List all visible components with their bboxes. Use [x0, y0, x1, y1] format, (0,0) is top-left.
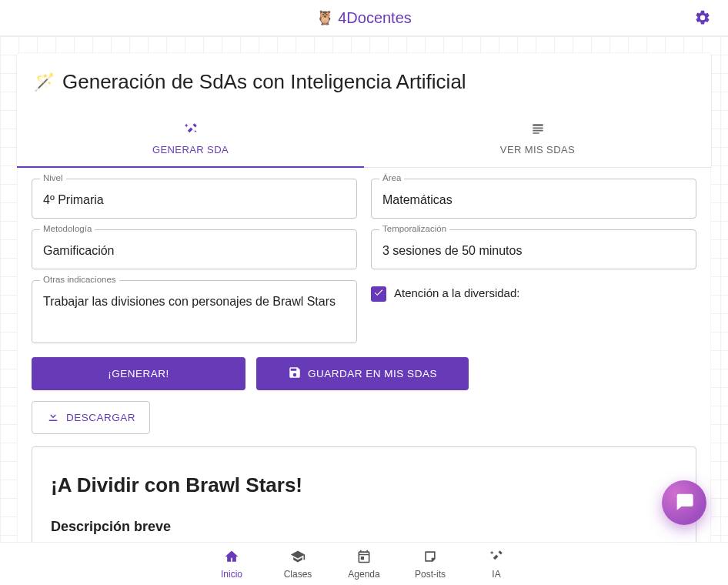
area-input[interactable] [382, 193, 685, 207]
tab-view-sdas[interactable]: VER MIS SDAS [364, 108, 711, 167]
page-title: Generación de SdAs con Inteligencia Arti… [62, 70, 466, 94]
result-box: ¡A Dividir con Brawl Stars! Descripción … [32, 446, 696, 542]
save-label: GUARDAR EN MIS SDAS [308, 368, 437, 379]
save-icon [288, 366, 302, 382]
temporalizacion-field[interactable]: Temporalización [371, 229, 696, 269]
nivel-input[interactable] [43, 193, 346, 207]
result-title: ¡A Dividir con Brawl Stars! [51, 473, 677, 497]
metodologia-input[interactable] [43, 244, 346, 258]
temporalizacion-input[interactable] [382, 244, 685, 258]
note-icon [422, 549, 438, 567]
nav-ia[interactable]: IA [478, 549, 515, 580]
home-icon [224, 549, 239, 567]
nav-agenda[interactable]: Agenda [346, 549, 382, 580]
wand-icon: 🪄 [34, 72, 55, 92]
download-icon [46, 410, 60, 426]
tab-view-label: VER MIS SDAS [500, 144, 575, 155]
page-title-row: 🪄 Generación de SdAs con Inteligencia Ar… [17, 53, 711, 108]
diversidad-label: Atención a la diversidad: [394, 286, 519, 299]
owl-icon: 🦉 [316, 9, 333, 26]
download-button[interactable]: DESCARGAR [32, 401, 150, 434]
metodologia-label: Metodología [40, 224, 95, 233]
button-row: ¡GENERAR! GUARDAR EN MIS SDAS [32, 357, 696, 390]
download-row: DESCARGAR [32, 401, 696, 434]
area-label: Área [379, 173, 404, 182]
school-icon [290, 549, 306, 567]
generate-label: ¡GENERAR! [108, 368, 169, 379]
nav-clases[interactable]: Clases [279, 549, 316, 580]
app-header: 🦉 4Docentes [0, 0, 728, 36]
page-title-card: 🪄 Generación de SdAs con Inteligencia Ar… [17, 53, 711, 168]
nav-inicio[interactable]: Inicio [213, 549, 250, 580]
temporalizacion-label: Temporalización [379, 224, 449, 233]
tab-generate-label: GENERAR SDA [152, 144, 229, 155]
download-label: DESCARGAR [66, 412, 135, 423]
chat-icon [673, 490, 695, 515]
list-icon [364, 122, 711, 139]
metodologia-field[interactable]: Metodología [32, 229, 357, 269]
otras-input[interactable] [43, 295, 346, 309]
form-panel: Nivel Área Metodología Temporalización O… [17, 168, 711, 542]
nav-clases-label: Clases [284, 569, 312, 580]
otras-field[interactable]: Otras indicaciones [32, 280, 357, 343]
otras-label: Otras indicaciones [40, 275, 119, 284]
settings-button[interactable] [694, 9, 711, 29]
brand-text: 4Docentes [338, 9, 412, 27]
nav-inicio-label: Inicio [221, 569, 242, 580]
result-subtitle: Descripción breve [51, 519, 677, 535]
check-icon [373, 287, 384, 301]
nav-ia-label: IA [492, 569, 500, 580]
generate-button[interactable]: ¡GENERAR! [32, 357, 245, 390]
calendar-icon [356, 549, 372, 567]
area-field[interactable]: Área [371, 179, 696, 219]
save-button[interactable]: GUARDAR EN MIS SDAS [256, 357, 469, 390]
form-grid: Nivel Área Metodología Temporalización O… [32, 179, 696, 343]
nivel-field[interactable]: Nivel [32, 179, 357, 219]
diversidad-row: Atención a la diversidad: [371, 280, 696, 343]
magic-icon [489, 549, 504, 567]
diversidad-checkbox[interactable] [371, 286, 386, 302]
nav-agenda-label: Agenda [348, 569, 379, 580]
auto-fix-icon [17, 122, 364, 139]
nav-postits[interactable]: Post-its [412, 549, 449, 580]
gear-icon [694, 15, 711, 28]
brand: 🦉 4Docentes [316, 9, 412, 27]
tabs: GENERAR SDA VER MIS SDAS [17, 108, 711, 168]
chat-button[interactable] [662, 480, 706, 525]
tab-generate[interactable]: GENERAR SDA [17, 108, 364, 168]
content-scroll[interactable]: 🪄 Generación de SdAs con Inteligencia Ar… [0, 36, 728, 542]
bottom-nav: Inicio Clases Agenda Post-its IA [0, 542, 728, 585]
nav-postits-label: Post-its [415, 569, 446, 580]
nivel-label: Nivel [40, 173, 66, 182]
